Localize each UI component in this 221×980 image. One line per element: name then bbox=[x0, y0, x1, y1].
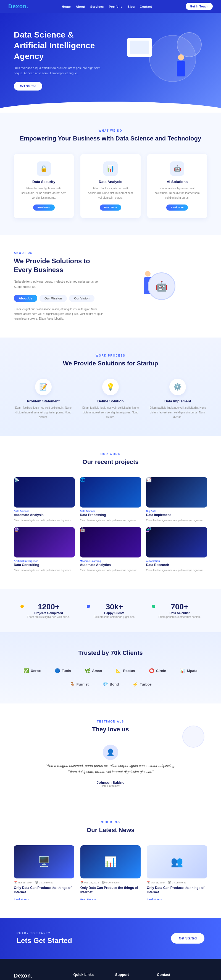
services-grid: 🔒 Data Security Etiam facilisis ligula n… bbox=[14, 154, 207, 218]
project-desc-1: Etiam facilisis ligula nec velit pellent… bbox=[80, 518, 141, 522]
news-readmore-1[interactable]: Read More → bbox=[80, 898, 96, 901]
startup-card-problem: 📝 Problem Statement Etiam facilisis ligu… bbox=[14, 379, 73, 420]
news-meta-2: 📅 Mar 15, 2024 💬 0 Comments bbox=[147, 881, 207, 884]
testimonial-label: Testimonials bbox=[14, 720, 207, 723]
project-img-5[interactable]: 🧬 bbox=[146, 527, 207, 557]
client-name-xerox: Xerox bbox=[30, 669, 41, 673]
project-card-2: 📈 Big Data Data Implement Etiam facilisi… bbox=[146, 477, 207, 522]
hero-circle-small bbox=[177, 32, 202, 57]
about-tab-mission[interactable]: Our Mission bbox=[40, 295, 67, 302]
project-card-3: 🔮 Artificial Intelligence Data Consultin… bbox=[14, 527, 75, 572]
project-desc-5: Etiam facilisis ligula nec velit pellent… bbox=[146, 568, 207, 572]
project-desc-4: Etiam facilisis ligula nec velit pellent… bbox=[80, 568, 141, 572]
nav-portfolio[interactable]: Portfolio bbox=[109, 5, 123, 8]
hero-person-head bbox=[178, 54, 184, 60]
service-readmore-analysis[interactable]: Read More bbox=[100, 205, 121, 211]
project-icon-1: 🌐 bbox=[80, 477, 85, 482]
startup-card-title-problem: Problem Statement bbox=[14, 399, 73, 403]
hero-text: Duis molestie aliqua efficitur do arcu e… bbox=[14, 65, 108, 76]
project-category-2: Big Data bbox=[146, 510, 207, 512]
stat-desc-scientists: Etiam ponsullo elementum sapien. bbox=[159, 616, 201, 619]
stat-scientists-content: 700+ Data Scientist Etiam ponsullo eleme… bbox=[159, 603, 201, 619]
client-name-bond: Bond bbox=[110, 682, 119, 686]
testimonial-title: They love us bbox=[14, 725, 207, 733]
nav-blog[interactable]: Blog bbox=[128, 5, 135, 8]
client-furnist: 🪑 Furnist bbox=[69, 682, 89, 687]
client-xerox: ✅ Xerox bbox=[24, 668, 41, 673]
news-comments-0: 💬 0 Comments bbox=[35, 881, 53, 884]
project-img-2[interactable]: 📈 bbox=[146, 477, 207, 508]
client-name-aman: Aman bbox=[92, 669, 102, 673]
service-readmore-security[interactable]: Read More bbox=[33, 205, 55, 211]
news-comments-2: 💬 0 Comments bbox=[168, 881, 186, 884]
news-date-0: 📅 Mar 15, 2024 bbox=[14, 881, 32, 884]
project-icon-3: 🔮 bbox=[14, 527, 19, 532]
footer-quick-links-title: Quick Links bbox=[74, 972, 107, 977]
service-readmore-ai[interactable]: Read More bbox=[166, 205, 188, 211]
stat-desc-projects: Etiam facilisis ligula nec velit purus. bbox=[27, 616, 70, 619]
cta-section: Ready to Start? Lets Get Started Get Sta… bbox=[0, 918, 221, 959]
stat-number-scientists: 700+ bbox=[159, 603, 201, 611]
client-name-turbos: Turbos bbox=[140, 682, 152, 686]
nav-links: Home About Services Portfolio Blog Conta… bbox=[62, 4, 152, 9]
news-icon-2: 👥 bbox=[171, 856, 183, 868]
about-title: We Provide Solutions to Every Business bbox=[14, 257, 105, 275]
about-robot-body: 🤖 bbox=[148, 272, 175, 300]
nav-cta-button[interactable]: Get In Touch bbox=[186, 3, 213, 10]
project-name-0: Automate Analysis bbox=[14, 513, 75, 517]
startup-card-text-solution: Etiam facilisis ligula nec velit sollici… bbox=[81, 406, 140, 420]
project-img-4[interactable]: 🤖 bbox=[80, 527, 141, 557]
about-label: About Us bbox=[14, 251, 105, 255]
startup-section: Work Process We Provide Solutions for St… bbox=[0, 337, 221, 436]
stat-label-scientists: Data Scientist bbox=[159, 611, 201, 615]
hero-wave bbox=[0, 102, 221, 113]
news-icon-1: 📊 bbox=[104, 856, 117, 868]
nav-services[interactable]: Services bbox=[90, 5, 104, 8]
project-img-3[interactable]: 🔮 bbox=[14, 527, 75, 557]
about-person-head bbox=[145, 271, 151, 277]
about-tab-about[interactable]: About Us bbox=[14, 295, 37, 302]
project-img-0[interactable]: 📡 bbox=[14, 477, 75, 508]
services-section: What We Do Empowering Your Business with… bbox=[0, 113, 221, 235]
service-title-analysis: Data Analysis bbox=[86, 180, 135, 184]
cta-button[interactable]: Get Started bbox=[171, 933, 204, 943]
about-robot: 🤖 bbox=[139, 263, 184, 310]
project-card-4: 🤖 Machine Learning Automate Analytics Et… bbox=[80, 527, 141, 572]
project-img-1[interactable]: 🌐 bbox=[80, 477, 141, 508]
about-tab-vision[interactable]: Our Vision bbox=[69, 295, 94, 302]
brand-text: Dexon. bbox=[8, 3, 29, 10]
projects-section: Our Work Our recent projects 📡 Data Scie… bbox=[0, 436, 221, 589]
nav-about[interactable]: About bbox=[76, 5, 85, 8]
project-card-5: 🧬 Automation Data Research Etiam facilis… bbox=[146, 527, 207, 572]
service-text-ai: Etiam facilisis ligula nec velit sollici… bbox=[153, 186, 202, 200]
nav-contact[interactable]: Contact bbox=[140, 5, 152, 8]
service-icon-analysis: 📊 bbox=[103, 161, 118, 176]
project-card-0: 📡 Data Science Automate Analysis Etiam f… bbox=[14, 477, 75, 522]
project-name-4: Automate Analytics bbox=[80, 563, 141, 567]
client-name-mpata: Mpata bbox=[187, 669, 197, 673]
project-icon-5: 🧬 bbox=[146, 527, 152, 532]
hero-section: Data Science & Artificial Intelligence A… bbox=[0, 13, 221, 113]
news-meta-1: 📅 Mar 15, 2024 💬 0 Comments bbox=[80, 881, 141, 884]
services-title: Empowering Your Business with Data Scien… bbox=[14, 134, 207, 143]
news-date-1: 📅 Mar 15, 2024 bbox=[80, 881, 99, 884]
hero-cta-button[interactable]: Get Started bbox=[14, 82, 42, 91]
stats-section: 1200+ Projects Completed Etiam facilisis… bbox=[0, 589, 221, 632]
stat-dot-blue bbox=[87, 605, 90, 608]
client-circle: ⭕ Circle bbox=[149, 668, 166, 673]
clients-section: Trusted by 70k Clients ✅ Xerox 🔵 Tunis 🌿… bbox=[0, 632, 221, 703]
stat-projects-content: 1200+ Projects Completed Etiam facilisis… bbox=[27, 603, 70, 619]
news-meta-0: 📅 Mar 15, 2024 💬 0 Comments bbox=[14, 881, 74, 884]
news-readmore-2[interactable]: Read More → bbox=[147, 898, 163, 901]
services-label: What We Do bbox=[14, 129, 207, 132]
client-icon-circle: ⭕ bbox=[149, 668, 154, 673]
projects-grid: 📡 Data Science Automate Analysis Etiam f… bbox=[14, 477, 207, 573]
clients-logos: ✅ Xerox 🔵 Tunis 🌿 Aman 📐 Rectus ⭕ Circle… bbox=[14, 668, 207, 687]
news-readmore-0[interactable]: Read More → bbox=[14, 898, 30, 901]
service-text-security: Etiam facilisis ligula nec velit sollici… bbox=[19, 186, 68, 200]
project-icon-0: 📡 bbox=[14, 477, 19, 482]
nav-home[interactable]: Home bbox=[62, 5, 71, 8]
client-aman: 🌿 Aman bbox=[85, 668, 102, 673]
startup-icon-implement: ⚙️ bbox=[169, 379, 186, 395]
footer-quick-links: Quick Links About Company Company Histor… bbox=[74, 972, 107, 980]
